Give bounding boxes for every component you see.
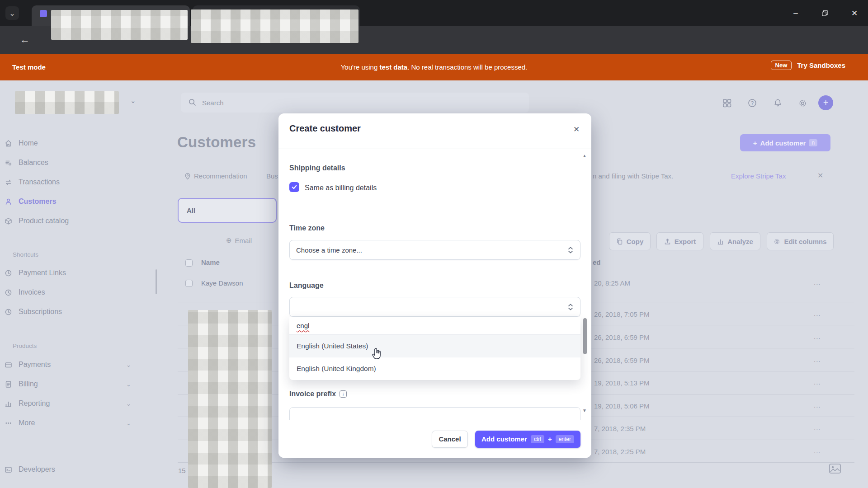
created-date-cell: 26, 2018, 6:59 PM	[594, 333, 650, 341]
sidebar-item-invoices[interactable]: Invoices	[0, 286, 131, 298]
created-date-cell: 7, 2018, 2:25 PM	[594, 448, 646, 455]
stripe-tax-banner-text: n and filing with Stripe Tax.	[593, 172, 673, 180]
balances-icon	[4, 159, 12, 167]
created-date-cell: 20, 8:25 AM	[594, 279, 630, 287]
row-checkbox[interactable]	[185, 280, 193, 287]
edit-columns-button[interactable]: Edit columns	[767, 232, 834, 250]
timezone-select[interactable]: Choose a time zone...	[289, 240, 580, 260]
image-placeholder-icon[interactable]	[829, 464, 841, 474]
settings-gear-icon[interactable]	[797, 98, 808, 108]
svg-text:?: ?	[751, 100, 754, 106]
row-menu-icon[interactable]: ...	[814, 378, 821, 386]
modal-close-icon[interactable]: ✕	[571, 123, 582, 135]
scroll-up-icon[interactable]: ▲	[582, 153, 587, 158]
language-option-en-us[interactable]: English (United States)	[289, 335, 580, 357]
sidebar-label: Payment Links	[19, 269, 66, 277]
chevron-down-icon[interactable]: ⌄	[126, 400, 131, 407]
copy-button[interactable]: Copy	[609, 232, 651, 250]
add-customer-submit-button[interactable]: Add customer ctrl + enter	[475, 431, 580, 448]
sidebar-item-payment-links[interactable]: Payment Links	[0, 267, 131, 279]
language-label: Language	[289, 282, 324, 290]
scroll-down-icon[interactable]: ▼	[582, 408, 587, 413]
search-input[interactable]	[181, 93, 529, 113]
chevron-down-icon[interactable]: ⌄	[126, 420, 131, 427]
window-minimize-button[interactable]: –	[789, 6, 802, 20]
modal-scrollbar-thumb[interactable]	[583, 318, 587, 354]
tab-search-chevron-icon[interactable]: ⌄	[5, 6, 19, 20]
help-icon[interactable]: ?	[747, 98, 758, 108]
analyze-button[interactable]: Analyze	[710, 232, 760, 250]
language-select[interactable]	[289, 297, 580, 317]
row-menu-icon[interactable]: ...	[814, 447, 821, 455]
explore-stripe-tax-link[interactable]: Explore Stripe Tax	[731, 172, 786, 180]
enter-key-badge: enter	[556, 435, 574, 443]
sidebar-item-billing[interactable]: Billing ⌄	[0, 378, 131, 390]
wallet-icon	[4, 361, 12, 369]
filter-tab-all[interactable]: All	[178, 198, 277, 223]
info-icon[interactable]: i	[340, 390, 347, 398]
apps-grid-icon[interactable]	[722, 98, 732, 108]
chevron-down-icon[interactable]: ⌄	[126, 381, 131, 388]
invoice-icon	[4, 380, 12, 388]
sidebar-label: Payments	[19, 361, 51, 369]
column-header-name[interactable]: Name	[201, 258, 220, 266]
customer-name-cell[interactable]: Kaye Dawson	[201, 279, 243, 287]
sidebar-item-product-catalog[interactable]: Product catalog	[0, 215, 131, 227]
sidebar-label: Home	[19, 139, 38, 147]
sidebar-item-transactions[interactable]: Transactions	[0, 176, 131, 188]
clock-icon	[4, 308, 12, 316]
clock-icon	[4, 288, 12, 296]
home-icon	[4, 139, 12, 147]
business-chip-fragment[interactable]: Bus	[266, 172, 278, 180]
sidebar-item-balances[interactable]: Balances	[0, 157, 131, 169]
circle-plus-icon: ⊕	[226, 236, 232, 244]
row-menu-icon[interactable]: ...	[814, 424, 821, 432]
try-sandboxes-link[interactable]: Try Sandboxes	[797, 61, 845, 69]
create-menu-avatar[interactable]: +	[818, 95, 833, 110]
create-customer-modal: Create customer ✕ Shipping details Same …	[278, 113, 591, 458]
sidebar-item-more[interactable]: More ⌄	[0, 417, 131, 429]
sidebar-item-home[interactable]: Home	[0, 137, 131, 149]
window-restore-button[interactable]	[818, 6, 831, 20]
row-menu-icon[interactable]: ...	[814, 333, 821, 340]
sidebar-label: Reporting	[19, 399, 50, 408]
sidebar-item-developers[interactable]: Developers	[0, 464, 131, 475]
ellipsis-icon	[4, 419, 12, 427]
back-icon[interactable]: ←	[19, 34, 31, 46]
row-menu-icon[interactable]: ...	[814, 356, 821, 363]
chevron-down-icon[interactable]: ⌄	[126, 361, 131, 368]
notifications-bell-icon[interactable]	[772, 98, 783, 108]
shortcut-key-badge: n	[809, 139, 817, 146]
sidebar-item-subscriptions[interactable]: Subscriptions	[0, 306, 131, 318]
box-icon	[4, 217, 12, 225]
add-customer-button[interactable]: + Add customer n	[740, 134, 830, 151]
redacted-customer-names	[188, 310, 272, 488]
same-as-billing-checkbox[interactable]	[289, 182, 299, 192]
column-header-created-fragment[interactable]: ed	[593, 258, 601, 266]
customers-icon	[4, 197, 12, 206]
recommendation-chip[interactable]: Recommendation	[184, 172, 247, 180]
sidebar-item-customers[interactable]: Customers	[0, 196, 131, 207]
dismiss-tax-banner-icon[interactable]: ✕	[817, 171, 823, 180]
sidebar-item-payments[interactable]: Payments ⌄	[0, 359, 131, 371]
row-menu-icon[interactable]: ...	[814, 401, 821, 409]
sidebar-scrollbar[interactable]	[156, 269, 157, 294]
sidebar-label: Billing	[19, 380, 38, 388]
sidebar-item-reporting[interactable]: Reporting ⌄	[0, 398, 131, 409]
cancel-button[interactable]: Cancel	[432, 431, 468, 448]
row-menu-icon[interactable]: ...	[814, 310, 821, 317]
tab-favicon	[40, 10, 47, 17]
account-switcher-chevron-icon[interactable]: ⌄	[130, 97, 136, 105]
language-search-row[interactable]: engl	[289, 317, 580, 335]
sidebar-label: Balances	[19, 159, 48, 167]
timezone-label: Time zone	[289, 224, 325, 232]
export-button[interactable]: Export	[656, 232, 703, 250]
select-all-checkbox[interactable]	[185, 259, 193, 267]
sidebar-label: Developers	[19, 465, 55, 474]
shipping-details-heading: Shipping details	[289, 164, 345, 172]
filter-pill-email[interactable]: ⊕Email	[226, 236, 252, 244]
language-dropdown: engl English (United States) English (Un…	[289, 317, 580, 380]
window-close-button[interactable]: ✕	[848, 6, 861, 20]
row-menu-icon[interactable]: ...	[814, 278, 821, 286]
language-option-en-gb[interactable]: English (United Kingdom)	[289, 357, 580, 380]
